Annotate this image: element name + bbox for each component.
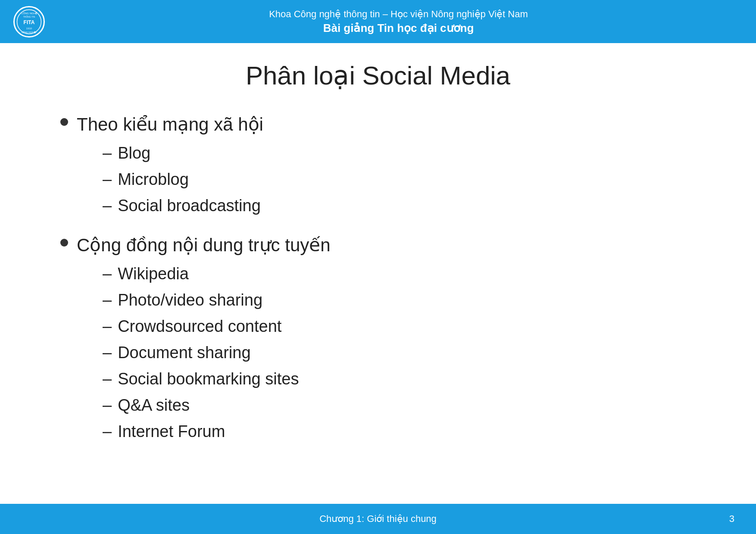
footer-chapter: Chương 1: Giới thiệu chung [319,513,437,525]
header-title: Bài giảng Tin học đại cương [54,22,743,35]
list-item: Microblog [103,167,263,192]
list-item: Blog [103,141,263,166]
list-item: Photo/video sharing [103,288,331,312]
header: CÔNG NGHỆ THÔNG TIN FITA 1910 NÔNG NGHIỆ… [0,0,756,43]
header-subtitle: Khoa Công nghệ thông tin – Học viện Nông… [54,9,743,20]
svg-text:1910: 1910 [26,27,32,30]
footer: Chương 1: Giới thiệu chung 3 [0,504,756,534]
content-area: Theo kiểu mạng xã hội Blog Microblog Soc… [43,112,713,451]
list-item: Social broadcasting [103,194,263,218]
list-item: Social bookmarking sites [103,367,331,391]
slide-title: Phân loại Social Media [43,60,713,91]
list-item: Internet Forum [103,419,331,444]
list-item: Document sharing [103,340,331,365]
bullet-2-text: Cộng đồng nội dung trực tuyến [77,233,331,258]
list-item: Crowdsourced content [103,314,331,339]
sub-list-1: Blog Microblog Social broadcasting [103,141,263,218]
svg-text:THÔNG TIN: THÔNG TIN [23,16,35,18]
bullet-dot-2 [60,239,68,247]
svg-text:NÔNG NGHIỆP: NÔNG NGHIỆP [22,31,37,34]
list-item: Q&A sites [103,393,331,418]
logo: CÔNG NGHỆ THÔNG TIN FITA 1910 NÔNG NGHIỆ… [13,6,45,38]
sub-list-2: Wikipedia Photo/video sharing Crowdsourc… [103,262,331,444]
svg-text:CÔNG NGHỆ: CÔNG NGHỆ [21,12,37,15]
bullet-dot-1 [60,118,68,126]
bullet-2: Cộng đồng nội dung trực tuyến Wikipedia … [60,233,713,451]
bullet-1: Theo kiểu mạng xã hội Blog Microblog Soc… [60,112,713,225]
list-item: Wikipedia [103,262,331,286]
bullet-1-text: Theo kiểu mạng xã hội [77,112,263,137]
footer-page-number: 3 [729,513,734,525]
header-text-block: Khoa Công nghệ thông tin – Học viện Nông… [54,9,743,35]
svg-text:FITA: FITA [24,19,35,25]
main-content: Phân loại Social Media Theo kiểu mạng xã… [0,43,756,504]
